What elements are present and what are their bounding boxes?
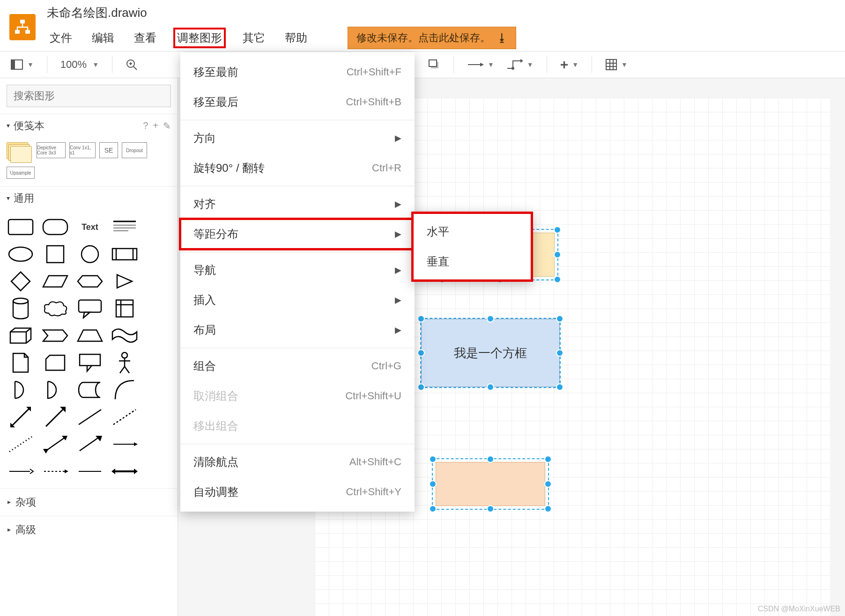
shape-dashline[interactable] — [111, 407, 139, 427]
zoom-in-button[interactable] — [124, 57, 140, 73]
chevron-right-icon: ▶ — [395, 229, 401, 239]
shape-biarrow[interactable] — [7, 407, 35, 427]
distribute-horizontal[interactable]: 水平 — [414, 217, 531, 247]
menu-item[interactable]: 移至最前Ctrl+Shift+F — [180, 57, 415, 87]
shape-diamond[interactable] — [7, 271, 35, 292]
shape-callout2[interactable] — [76, 352, 104, 373]
file-name[interactable]: 未命名绘图.drawio — [47, 5, 516, 21]
shape-dotline[interactable] — [7, 434, 35, 455]
shape-circle[interactable] — [76, 244, 104, 264]
shape-card[interactable] — [41, 352, 69, 373]
shape-connector[interactable] — [111, 461, 139, 482]
title-bar: 未命名绘图.drawio 文件 编辑 查看 调整图形 其它 帮助 修改未保存。点… — [0, 0, 845, 51]
waypoint-style-button[interactable]: ▼ — [504, 57, 535, 72]
insert-button[interactable]: + ▼ — [558, 58, 580, 71]
shape-ellipse[interactable] — [7, 244, 35, 264]
shape-textbox[interactable] — [111, 217, 139, 237]
shape-actor[interactable] — [111, 352, 139, 373]
shape-curve[interactable] — [111, 380, 139, 400]
shape-note[interactable] — [7, 352, 35, 373]
menu-item[interactable]: 清除航点Alt+Shift+C — [180, 447, 415, 477]
svg-marker-65 — [62, 436, 67, 440]
svg-rect-40 — [116, 300, 133, 317]
menu-item-label: 清除航点 — [193, 455, 238, 469]
edit-icon[interactable]: ✎ — [163, 120, 171, 132]
shape-tape[interactable] — [111, 325, 139, 346]
menu-item[interactable]: 导航▶ — [180, 255, 415, 285]
menu-arrange[interactable]: 调整图形 — [173, 28, 226, 48]
shape-connector[interactable] — [7, 461, 35, 482]
shape-or[interactable] — [41, 380, 69, 400]
shape-text[interactable]: Text — [76, 217, 104, 237]
shape-line[interactable] — [76, 407, 104, 427]
menu-item[interactable]: 旋转90° / 翻转Ctrl+R — [180, 153, 415, 183]
shape-process[interactable] — [111, 244, 139, 264]
svg-marker-70 — [134, 442, 138, 446]
zoom-select[interactable]: 100% ▼ — [59, 57, 101, 73]
shape-data-storage[interactable] — [76, 380, 104, 400]
menu-file[interactable]: 文件 — [47, 29, 75, 47]
unsaved-notice[interactable]: 修改未保存。点击此处保存。 ⭳ — [348, 27, 516, 49]
scratchpad-header[interactable]: ▾便笺本 ? + ✎ — [0, 114, 178, 138]
shape-connector[interactable] — [41, 461, 69, 482]
selected-shape-2[interactable]: 我是一个方框 — [420, 318, 561, 388]
svg-rect-4 — [11, 60, 15, 69]
shape-rect[interactable] — [7, 217, 35, 237]
add-icon[interactable]: + — [153, 120, 158, 132]
shape-connector[interactable] — [76, 461, 104, 482]
svg-marker-48 — [46, 355, 65, 370]
scratchpad-shapes: Depictive Core 3x3 Conv 1x1, s1 SE Dropo… — [0, 138, 178, 186]
scratch-shape[interactable]: Dropout — [122, 142, 147, 158]
shape-hexagon[interactable] — [76, 271, 104, 292]
menu-item[interactable]: 组合Ctrl+G — [180, 351, 415, 381]
shape-internal-storage[interactable] — [111, 298, 139, 319]
menu-view[interactable]: 查看 — [131, 29, 159, 47]
distribute-vertical[interactable]: 垂直 — [414, 247, 531, 277]
selected-shape-3[interactable] — [432, 458, 549, 510]
scratch-shape[interactable]: SE — [99, 142, 118, 158]
search-shapes-input[interactable] — [7, 85, 171, 107]
menu-item-label: 移至最后 — [193, 95, 238, 110]
connection-style-button[interactable]: ▼ — [465, 58, 496, 71]
svg-marker-77 — [111, 469, 115, 474]
shape-rounded[interactable] — [41, 217, 69, 237]
menu-item[interactable]: 方向▶ — [180, 123, 415, 153]
shape-cube[interactable] — [7, 325, 35, 346]
shape-halfcircle[interactable] — [7, 380, 35, 400]
shape-arrow2[interactable] — [76, 434, 104, 455]
scratch-shape[interactable]: Depictive Core 3x3 — [37, 142, 66, 158]
sidebar-toggle-button[interactable]: ▼ — [8, 56, 36, 73]
menu-extras[interactable]: 其它 — [240, 29, 268, 47]
menu-edit[interactable]: 编辑 — [89, 29, 117, 47]
shape-square[interactable] — [41, 244, 69, 264]
menu-item[interactable]: 等距分布▶ — [180, 219, 415, 249]
menu-item[interactable]: 对齐▶ — [180, 189, 415, 219]
shape-trapezoid[interactable] — [76, 325, 104, 346]
table-button[interactable]: ▼ — [603, 57, 630, 73]
scratch-shape[interactable]: Conv 1x1, s1 — [69, 142, 96, 158]
shape-callout[interactable] — [76, 298, 104, 319]
shape-biarrow2[interactable] — [41, 434, 69, 455]
shape-arrow[interactable] — [41, 407, 69, 427]
shadow-button[interactable] — [425, 56, 442, 73]
help-icon[interactable]: ? — [143, 120, 148, 132]
shape-triangle[interactable] — [111, 271, 139, 292]
menu-item-label: 导航 — [193, 263, 216, 278]
shape-cylinder[interactable] — [7, 298, 35, 319]
section-advanced[interactable]: ▸高级 — [0, 516, 178, 543]
shape-connector[interactable] — [111, 434, 139, 455]
menu-item[interactable]: 自动调整Ctrl+Shift+Y — [180, 477, 415, 507]
shape-step[interactable] — [41, 325, 69, 346]
shape-cloud[interactable] — [41, 298, 69, 319]
menu-item[interactable]: 移至最后Ctrl+Shift+B — [180, 87, 415, 117]
general-header[interactable]: ▾通用 — [0, 186, 178, 210]
menu-item[interactable]: 布局▶ — [180, 315, 415, 345]
scratch-shape[interactable]: Upsample — [7, 167, 35, 179]
section-misc[interactable]: ▸杂项 — [0, 488, 178, 516]
svg-rect-1 — [15, 30, 20, 34]
svg-point-37 — [13, 298, 28, 304]
scratch-shape[interactable] — [7, 142, 33, 163]
menu-item[interactable]: 插入▶ — [180, 285, 415, 315]
shape-parallelogram[interactable] — [41, 271, 69, 292]
menu-help[interactable]: 帮助 — [282, 29, 310, 47]
